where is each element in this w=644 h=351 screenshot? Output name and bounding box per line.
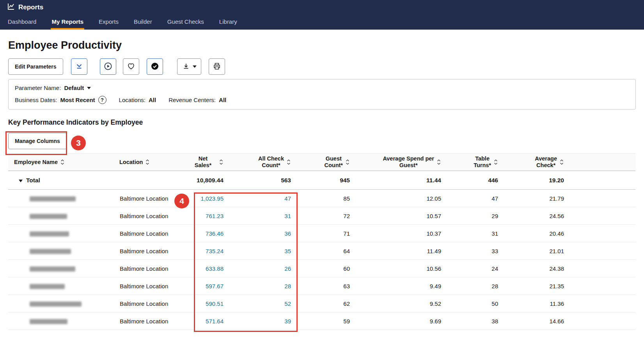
check-count-link[interactable]: 36 <box>229 225 296 242</box>
total-avg-check: 19.20 <box>504 171 569 190</box>
sort-icon[interactable] <box>286 159 291 165</box>
check-count-link[interactable]: 47 <box>229 190 296 207</box>
table-turns-cell: 31 <box>447 225 504 242</box>
table-turns-cell: 47 <box>447 190 504 207</box>
report-toolbar: Edit Parameters <box>8 58 644 75</box>
check-count-link[interactable]: 31 <box>229 207 296 225</box>
table-turns-cell: 38 <box>447 312 504 330</box>
guest-count-cell: 62 <box>296 295 355 312</box>
avg-spend-cell: 10.56 <box>355 260 447 277</box>
net-sales-link[interactable]: 736.46 <box>190 225 229 242</box>
avg-check-cell: 14.66 <box>504 312 569 330</box>
revenue-centers-label: Revenue Centers: <box>169 97 216 103</box>
net-sales-link[interactable]: 590.51 <box>190 295 229 312</box>
table-turns-cell: 29 <box>447 207 504 225</box>
locations-label: Locations: <box>119 97 145 103</box>
nav-tab-label: Dashboard <box>8 18 36 25</box>
total-row: Total 10,809.44 563 945 11.44 446 19.20 <box>8 171 635 190</box>
table-row: Baltimore Location 1,023.95 47 85 12.05 … <box>8 190 635 207</box>
nav-tab[interactable]: Library <box>218 15 238 30</box>
collapse-all-icon <box>75 62 83 72</box>
avg-check-cell: 20.46 <box>504 225 569 242</box>
col-header-avg-check[interactable]: Average Check* <box>504 153 569 171</box>
location-cell: Baltimore Location <box>119 242 190 260</box>
manage-columns-button[interactable]: Manage Columns <box>8 133 67 149</box>
check-count-link[interactable]: 28 <box>229 277 296 295</box>
page: Reports Dashboard My Reports Exports Bui… <box>0 0 644 351</box>
col-header-employee-name[interactable]: Employee Name <box>8 153 119 171</box>
location-cell: Baltimore Location <box>119 225 190 242</box>
net-sales-link[interactable]: 1,023.95 <box>190 190 229 207</box>
run-report-button[interactable] <box>100 58 116 75</box>
avg-spend-cell: 9.49 <box>355 277 447 295</box>
avg-spend-cell: 9.69 <box>355 312 447 330</box>
collapse-triangle-icon[interactable] <box>19 180 23 182</box>
avg-check-cell: 21.35 <box>504 277 569 295</box>
employee-name-redacted <box>30 302 82 307</box>
guest-count-cell: 71 <box>296 225 355 242</box>
col-header-location[interactable]: Location <box>119 153 190 171</box>
total-label: Total <box>26 177 40 183</box>
avg-check-cell: 21.79 <box>504 190 569 207</box>
net-sales-link[interactable]: 633.88 <box>190 260 229 277</box>
download-button[interactable] <box>177 58 201 75</box>
sort-icon[interactable] <box>559 159 564 165</box>
col-header-all-check-count[interactable]: All Check Count* <box>229 153 296 171</box>
help-icon[interactable]: ? <box>98 96 106 104</box>
employee-name-redacted <box>30 284 65 289</box>
employee-name-redacted <box>30 319 67 324</box>
approve-button[interactable] <box>147 58 163 75</box>
employee-name-redacted <box>30 196 76 201</box>
avg-spend-cell: 9.52 <box>355 295 447 312</box>
sort-icon[interactable] <box>145 159 150 165</box>
avg-spend-cell: 10.37 <box>355 225 447 242</box>
edit-parameters-button[interactable]: Edit Parameters <box>8 58 63 75</box>
col-header-guest-count[interactable]: Guest Count* <box>296 153 355 171</box>
sort-icon[interactable] <box>219 159 224 165</box>
nav-tab[interactable]: My Reports <box>51 15 84 30</box>
employee-name-redacted <box>30 249 71 254</box>
net-sales-link[interactable]: 597.67 <box>190 277 229 295</box>
sort-icon[interactable] <box>60 159 65 165</box>
collapse-all-button[interactable] <box>71 58 87 75</box>
parameter-name-value[interactable]: Default <box>64 85 84 91</box>
check-count-link[interactable]: 52 <box>229 295 296 312</box>
heart-icon <box>127 62 135 72</box>
table-row: Baltimore Location 590.51 52 62 9.52 50 … <box>8 295 635 312</box>
sort-icon[interactable] <box>345 159 350 165</box>
net-sales-link[interactable]: 571.64 <box>190 312 229 330</box>
reports-logo-icon <box>7 3 15 12</box>
nav-tab[interactable]: Guest Checks <box>167 15 205 30</box>
business-dates-value: Most Recent <box>60 97 95 103</box>
col-header-net-sales[interactable]: Net Sales* <box>190 153 229 171</box>
net-sales-link[interactable]: 761.23 <box>190 207 229 225</box>
nav-tab-label: Guest Checks <box>167 18 204 25</box>
nav-tab[interactable]: Builder <box>133 15 153 30</box>
sort-icon[interactable] <box>493 159 498 165</box>
col-header-table-turns[interactable]: Table Turns* <box>447 153 504 171</box>
download-icon <box>182 62 190 72</box>
check-count-link[interactable]: 26 <box>229 260 296 277</box>
employee-name-cell <box>30 312 119 330</box>
table-row: Baltimore Location 736.46 36 71 10.37 31… <box>8 225 635 242</box>
net-sales-link[interactable]: 735.24 <box>190 242 229 260</box>
employee-name-cell <box>30 190 119 207</box>
revenue-centers-value: All <box>219 97 226 103</box>
sort-icon[interactable] <box>436 159 441 165</box>
avg-check-cell: 24.56 <box>504 207 569 225</box>
check-count-link[interactable]: 35 <box>229 242 296 260</box>
total-table-turns: 446 <box>447 171 504 190</box>
print-button[interactable] <box>209 58 225 75</box>
col-header-avg-spend[interactable]: Average Spend per Guest* <box>355 153 447 171</box>
nav-tab-label: Builder <box>134 18 152 25</box>
parameter-detail-line: Business Dates: Most Recent ? Locations:… <box>15 96 629 104</box>
parameter-name-caret-icon[interactable] <box>87 87 91 89</box>
nav-tab[interactable]: Dashboard <box>7 15 37 30</box>
employee-name-redacted <box>30 266 75 272</box>
business-dates-label: Business Dates: <box>15 97 57 103</box>
check-count-link[interactable]: 39 <box>229 312 296 330</box>
table-turns-cell: 28 <box>447 277 504 295</box>
favorite-button[interactable] <box>123 58 139 75</box>
nav-tab[interactable]: Exports <box>98 15 119 30</box>
location-cell: Baltimore Location <box>119 295 190 312</box>
